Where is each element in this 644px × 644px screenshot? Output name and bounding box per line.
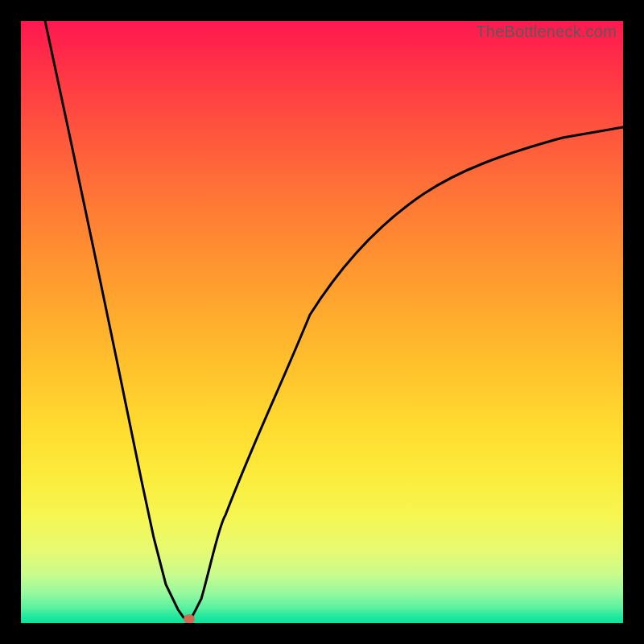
curve-right-branch: [189, 127, 623, 620]
plot-area: TheBottleneck.com: [21, 21, 623, 623]
curve-left-branch: [45, 21, 189, 620]
minimum-dot: [184, 614, 195, 623]
watermark-text: TheBottleneck.com: [476, 23, 617, 41]
bottleneck-curve: [21, 21, 623, 623]
chart-frame: TheBottleneck.com: [0, 0, 644, 644]
